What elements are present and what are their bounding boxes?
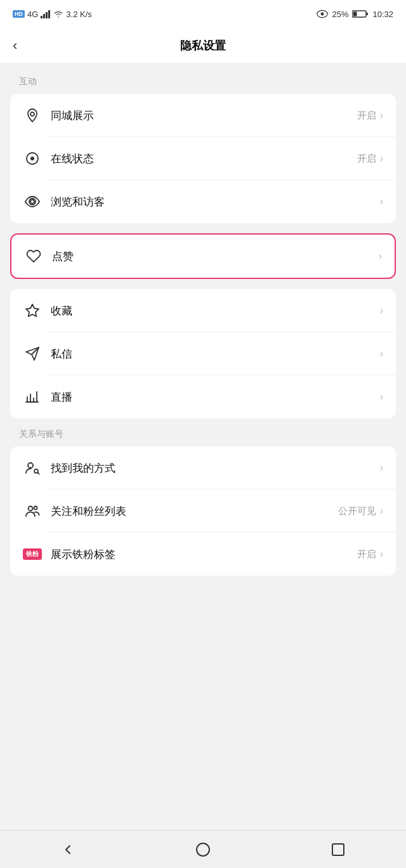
same-city-chevron: › bbox=[380, 110, 383, 121]
menu-item-message[interactable]: 私信 › bbox=[10, 332, 396, 375]
battery-icon bbox=[352, 10, 369, 18]
speed-text: 3.2 K/s bbox=[66, 10, 91, 19]
header: ‹ 隐私设置 bbox=[0, 28, 406, 63]
card-interaction-top: 同城展示 开启 › 在线状态 开启 › bbox=[10, 94, 396, 223]
svg-rect-7 bbox=[353, 12, 357, 16]
send-icon bbox=[23, 344, 42, 363]
online-icon bbox=[23, 149, 42, 168]
svg-marker-14 bbox=[26, 304, 39, 316]
people-icon bbox=[23, 502, 42, 521]
follow-fans-text: 关注和粉丝列表 bbox=[51, 504, 338, 519]
menu-item-same-city[interactable]: 同城展示 开启 › bbox=[10, 94, 396, 137]
svg-line-24 bbox=[38, 473, 39, 474]
page-title: 隐私设置 bbox=[180, 38, 226, 53]
location-icon bbox=[23, 106, 42, 125]
same-city-text: 同城展示 bbox=[51, 108, 357, 123]
section-label-relationship: 关系与账号 bbox=[0, 429, 406, 446]
svg-point-5 bbox=[321, 13, 324, 16]
bottom-nav bbox=[0, 830, 406, 868]
card-interaction-bottom: 收藏 › 私信 › bbox=[10, 289, 396, 418]
iron-fan-chevron: › bbox=[380, 548, 383, 560]
svg-point-27 bbox=[197, 843, 209, 856]
wifi-icon bbox=[53, 10, 63, 18]
like-chevron: › bbox=[379, 250, 382, 262]
menu-item-find-me[interactable]: 找到我的方式 › bbox=[10, 446, 396, 489]
collect-text: 收藏 bbox=[51, 304, 376, 318]
signal-icon bbox=[41, 10, 51, 18]
content: 互动 同城展示 开启 › 在线状态 开启 › bbox=[0, 63, 406, 830]
live-text: 直播 bbox=[51, 390, 376, 405]
menu-item-live[interactable]: 直播 › bbox=[10, 375, 396, 418]
menu-item-online-status[interactable]: 在线状态 开启 › bbox=[10, 137, 396, 180]
eye-status-icon bbox=[317, 10, 328, 18]
find-me-chevron: › bbox=[380, 462, 383, 474]
online-status-text: 在线状态 bbox=[51, 152, 357, 166]
svg-rect-0 bbox=[41, 16, 43, 18]
menu-item-like[interactable]: 点赞 › bbox=[11, 235, 395, 278]
online-status-chevron: › bbox=[380, 153, 383, 164]
nav-square-button[interactable] bbox=[325, 837, 351, 862]
nav-home-button[interactable] bbox=[190, 837, 216, 862]
card-like: 点赞 › bbox=[10, 233, 396, 279]
svg-point-11 bbox=[30, 157, 34, 160]
menu-item-browse-visitor[interactable]: 浏览和访客 › bbox=[10, 180, 396, 223]
eye-icon bbox=[23, 192, 42, 211]
bar-chart-icon bbox=[23, 387, 42, 406]
svg-point-9 bbox=[30, 112, 34, 116]
card-relationship: 找到我的方式 › 关注和粉丝列表 公开可见 › 铁粉 展示铁粉标签 开启 › bbox=[10, 446, 396, 576]
same-city-value: 开启 bbox=[357, 110, 376, 122]
status-bar: HD 4G 3.2 K/s 25% 10:32 bbox=[0, 0, 406, 28]
nav-back-button[interactable] bbox=[55, 837, 81, 862]
svg-rect-2 bbox=[46, 12, 48, 18]
online-status-value: 开启 bbox=[357, 153, 376, 165]
back-button[interactable]: ‹ bbox=[13, 37, 17, 54]
svg-point-26 bbox=[34, 507, 37, 510]
menu-item-follow-fans[interactable]: 关注和粉丝列表 公开可见 › bbox=[10, 489, 396, 533]
status-left: HD 4G 3.2 K/s bbox=[13, 10, 92, 19]
live-chevron: › bbox=[380, 391, 383, 403]
signal-text: 4G bbox=[27, 10, 38, 19]
browse-visitor-chevron: › bbox=[380, 196, 383, 207]
status-right: 25% 10:32 bbox=[317, 10, 393, 19]
follow-fans-value: 公开可见 bbox=[338, 505, 376, 517]
svg-point-25 bbox=[29, 507, 33, 511]
message-chevron: › bbox=[380, 348, 383, 360]
iron-fan-badge: 铁粉 bbox=[23, 548, 42, 560]
find-me-text: 找到我的方式 bbox=[51, 461, 376, 476]
iron-fan-value: 开启 bbox=[357, 548, 376, 560]
person-search-icon bbox=[23, 458, 42, 477]
section-label-interaction: 互动 bbox=[0, 76, 406, 94]
svg-rect-28 bbox=[332, 844, 344, 855]
star-icon bbox=[23, 301, 42, 320]
follow-fans-chevron: › bbox=[380, 505, 383, 517]
svg-rect-8 bbox=[367, 13, 369, 15]
heart-icon bbox=[24, 247, 43, 266]
svg-rect-1 bbox=[43, 14, 45, 18]
battery-text: 25% bbox=[332, 10, 348, 19]
iron-fan-text: 展示铁粉标签 bbox=[51, 547, 357, 562]
svg-point-12 bbox=[30, 200, 34, 204]
menu-item-iron-fan[interactable]: 铁粉 展示铁粉标签 开启 › bbox=[10, 533, 396, 576]
message-text: 私信 bbox=[51, 347, 376, 361]
hd-badge: HD bbox=[13, 10, 25, 18]
time-text: 10:32 bbox=[372, 10, 393, 19]
like-text: 点赞 bbox=[52, 249, 375, 264]
menu-item-collect[interactable]: 收藏 › bbox=[10, 289, 396, 332]
svg-rect-3 bbox=[48, 10, 50, 18]
svg-point-22 bbox=[28, 463, 33, 468]
collect-chevron: › bbox=[380, 305, 383, 316]
browse-visitor-text: 浏览和访客 bbox=[51, 195, 376, 209]
